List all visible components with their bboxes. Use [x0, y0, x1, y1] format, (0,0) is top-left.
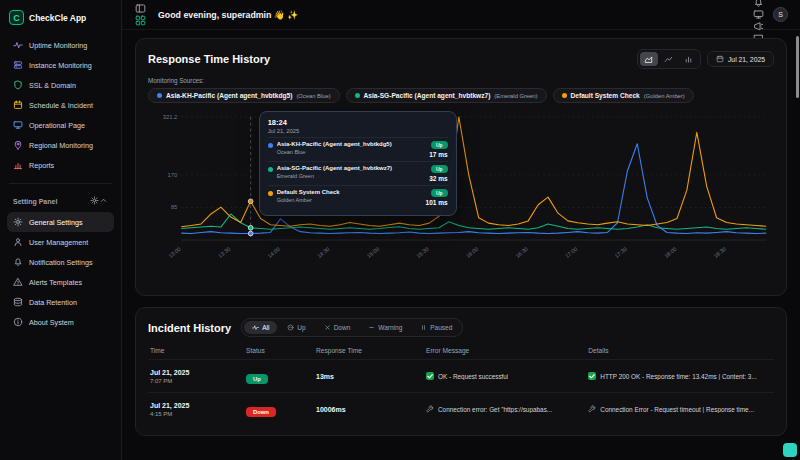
server-icon: [13, 60, 23, 70]
source-pill-1[interactable]: Asia-SG-Pacific (Agent agent_hvbtkwz7)(E…: [346, 88, 547, 103]
svg-text:13:30: 13:30: [217, 246, 231, 259]
user-icon: [13, 237, 23, 247]
sidebar-item-about-system[interactable]: About System: [7, 312, 114, 332]
tooltip-entry: Default System Check Golden Amber Up 101…: [268, 185, 448, 209]
sidebar: C CheckCle App Uptime MonitoringInstance…: [0, 0, 122, 460]
settings-navigation: General SettingsUser ManagementNotificat…: [7, 212, 114, 332]
greeting-text: Good evening, superadmin 👋 ✨: [158, 10, 298, 20]
sidebar-item-user-management[interactable]: User Management: [7, 232, 114, 252]
filter-warning[interactable]: Warning: [360, 321, 410, 334]
incident-history-card: Incident History AllUpDownWarningPaused …: [135, 307, 787, 436]
content: Response Time History Jul 21, 2025 Monit…: [122, 30, 800, 460]
table-row[interactable]: Jul 21, 20257:07 PM Up 13ms OK - Request…: [148, 359, 774, 392]
svg-text:16:00: 16:00: [465, 246, 479, 259]
database-icon: [13, 297, 23, 307]
settings-panel-label: Setting Panel: [13, 198, 57, 205]
svg-text:18:30: 18:30: [713, 246, 727, 259]
avatar[interactable]: S: [773, 7, 788, 22]
bell-icon: [13, 257, 23, 267]
line-chart-toggle-button[interactable]: [660, 52, 678, 66]
area-chart-icon: [644, 55, 653, 64]
sidebar-item-reports[interactable]: Reports: [7, 155, 114, 175]
source-pill-0[interactable]: Asia-KH-Pacific (Agent agent_hvbtkdg5)(O…: [148, 88, 340, 103]
sidebar-item-alerts-templates[interactable]: Alerts Templates: [7, 272, 114, 292]
response-time-chart[interactable]: 321.21708513:0013:3014:0014:3015:0015:30…: [148, 109, 774, 285]
series-dot: [268, 143, 273, 148]
apps-grid-button[interactable]: [134, 15, 146, 27]
calendar-icon: [716, 55, 724, 63]
pause-icon: [420, 324, 427, 331]
sidebar-divider: [9, 183, 112, 184]
filter-up[interactable]: Up: [279, 321, 313, 334]
sidebar-toggle-button[interactable]: [134, 3, 146, 15]
gear-icon: [13, 217, 23, 227]
filter-down[interactable]: Down: [316, 321, 359, 334]
area-chart-toggle-button[interactable]: [640, 52, 658, 66]
status-badge: Up: [246, 374, 268, 384]
chart-canvas[interactable]: 321.21708513:0013:3014:0014:3015:0015:30…: [148, 109, 774, 285]
chat-widget-button[interactable]: [783, 443, 797, 457]
bar-chart-toggle-button[interactable]: [680, 52, 698, 66]
column-header: Status: [246, 347, 308, 354]
series-dot: [157, 93, 162, 98]
status-chip: Up: [431, 189, 448, 197]
filter-all[interactable]: All: [244, 321, 277, 334]
svg-text:85: 85: [171, 204, 178, 210]
column-header: Time: [150, 347, 238, 354]
dash-icon: [368, 324, 375, 331]
svg-text:15:30: 15:30: [415, 246, 429, 259]
sidebar-item-uptime-monitoring[interactable]: Uptime Monitoring: [7, 35, 114, 55]
bell-button[interactable]: [752, 0, 764, 9]
app-logo: C: [9, 10, 24, 25]
svg-text:13:00: 13:00: [167, 246, 181, 259]
svg-text:15:00: 15:00: [366, 246, 380, 259]
column-header: Details: [588, 347, 772, 354]
app-title: CheckCle App: [29, 13, 86, 23]
response-card-title: Response Time History: [148, 53, 270, 65]
scrollbar-thumb[interactable]: [796, 36, 799, 98]
tooltip-entry: Asia-SG-Pacific (Agent agent_hvbtkwz7) E…: [268, 161, 448, 185]
status-badge: Down: [246, 407, 276, 417]
info-icon: [13, 317, 23, 327]
check-icon: [426, 372, 434, 380]
sidebar-item-ssl-domain[interactable]: SSL & Domain: [7, 75, 114, 95]
calendar-icon: [13, 100, 23, 110]
sidebar-item-schedule-incident[interactable]: Schedule & Incident: [7, 95, 114, 115]
line-chart-icon: [664, 55, 673, 64]
response-time-history-card: Response Time History Jul 21, 2025 Monit…: [135, 38, 787, 296]
wrench-icon: [426, 405, 434, 413]
settings-panel-header[interactable]: Setting Panel: [7, 192, 114, 212]
table-row[interactable]: Jul 21, 20254:15 PM Down 10006ms Connect…: [148, 392, 774, 425]
filter-paused[interactable]: Paused: [412, 321, 460, 334]
sidebar-item-notification-settings[interactable]: Notification Settings: [7, 252, 114, 272]
svg-text:14:30: 14:30: [316, 246, 330, 259]
chart-type-toggle-group: [637, 49, 701, 69]
status-chip: Up: [431, 141, 448, 149]
panel-left-icon: [135, 3, 146, 14]
monitor-button[interactable]: [752, 9, 764, 21]
table-header-row: TimeStatusResponse TimeError MessageDeta…: [148, 345, 774, 359]
sidebar-item-regional-monitoring[interactable]: Regional Monitoring: [7, 135, 114, 155]
report-icon: [13, 160, 23, 170]
sidebar-item-general-settings[interactable]: General Settings: [7, 212, 114, 232]
source-pill-2[interactable]: Default System Check(Golden Amber): [553, 88, 694, 103]
pulse-icon: [13, 40, 23, 50]
svg-text:321.2: 321.2: [163, 114, 178, 120]
tooltip-time: 18:24: [268, 118, 448, 127]
incident-table: TimeStatusResponse TimeError MessageDeta…: [148, 345, 774, 425]
bell-icon: [753, 0, 764, 8]
series-dot: [562, 93, 567, 98]
sidebar-item-instance-monitoring[interactable]: Instance Monitoring: [7, 55, 114, 75]
sidebar-item-data-retention[interactable]: Data Retention: [7, 292, 114, 312]
series-dot: [268, 167, 273, 172]
grid-icon: [135, 15, 146, 26]
svg-text:17:30: 17:30: [614, 246, 628, 259]
column-header: Error Message: [426, 347, 580, 354]
date-picker-button[interactable]: Jul 21, 2025: [707, 51, 774, 67]
status-chip: Up: [431, 165, 448, 173]
shield-icon: [13, 80, 23, 90]
sidebar-item-operational-page[interactable]: Operational Page: [7, 115, 114, 135]
svg-text:170: 170: [168, 172, 179, 178]
svg-text:14:00: 14:00: [267, 246, 281, 259]
series-dot: [268, 191, 273, 196]
